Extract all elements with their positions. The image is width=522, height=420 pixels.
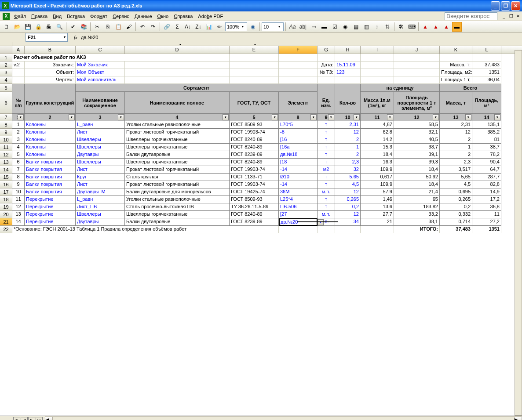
groupbox-button[interactable]: ▭: [309, 22, 318, 32]
permission-button[interactable]: 🔒: [33, 22, 43, 32]
column-header-E[interactable]: E: [230, 46, 279, 54]
help-question-input[interactable]: [445, 12, 497, 20]
combo-button[interactable]: ▥: [361, 22, 371, 32]
row-header-6[interactable]: 6: [0, 92, 12, 114]
table-header-2[interactable]: Группа конструкций: [25, 92, 76, 114]
tab-first-button[interactable]: ⏮: [13, 417, 20, 420]
textbox-button[interactable]: ab|: [298, 22, 308, 32]
listbox-button[interactable]: ▤: [351, 22, 361, 32]
row-header-8[interactable]: 8: [0, 121, 12, 129]
table-header-6[interactable]: Элемент: [279, 92, 318, 114]
menu-edit[interactable]: Правка: [29, 13, 50, 20]
research-button[interactable]: 📚: [79, 22, 88, 32]
label-button[interactable]: Aa: [288, 22, 297, 32]
filter-button-col3[interactable]: ▾: [118, 114, 124, 120]
redo-button[interactable]: ↷: [148, 22, 158, 32]
filter-button-col10[interactable]: ▾: [433, 114, 439, 120]
filter-button-col11[interactable]: ▾: [465, 114, 471, 120]
column-header-I[interactable]: I: [361, 46, 394, 54]
table-header-10[interactable]: Площадь поверхности 1 т элемента, м²: [394, 92, 440, 114]
column-header-B[interactable]: B: [25, 46, 76, 54]
filter-button-col7[interactable]: ▾: [328, 114, 334, 120]
row-header-3[interactable]: 3: [0, 69, 12, 76]
element-dropdown-list[interactable]: [297, 221, 338, 222]
zoom-combo[interactable]: ▾: [225, 22, 247, 31]
title-cell[interactable]: Расчет объемов работ по АКЗ: [12, 54, 230, 62]
autosum-button[interactable]: Σ: [172, 22, 182, 32]
menu-format[interactable]: Формат: [88, 13, 110, 20]
column-header-C[interactable]: C: [76, 46, 125, 54]
row-header-15[interactable]: 15: [0, 174, 12, 181]
filter-button-col2[interactable]: ▾: [69, 114, 75, 120]
filter-button-col4[interactable]: ▾: [223, 114, 229, 120]
doc-restore-button[interactable]: ❐: [508, 13, 514, 19]
row-header-21[interactable]: 21: [0, 218, 12, 226]
drawing-button[interactable]: ✏: [215, 22, 224, 32]
column-header-H[interactable]: H: [335, 46, 361, 54]
row-header-13[interactable]: 13: [0, 159, 12, 166]
row-header-1[interactable]: 1: [0, 54, 12, 62]
column-header-D[interactable]: D: [125, 46, 230, 54]
doc-minimize-button[interactable]: _: [501, 13, 507, 19]
table-header-11[interactable]: Масса, т: [440, 92, 472, 114]
table-header-12[interactable]: Площадь, м²: [472, 92, 501, 114]
row-header-19[interactable]: 19: [0, 203, 12, 211]
formula-value[interactable]: дв.№20: [80, 34, 522, 41]
row-header-12[interactable]: 12: [0, 151, 12, 159]
column-header-J[interactable]: J: [394, 46, 440, 54]
row-header-4[interactable]: 4: [0, 76, 12, 84]
table-header-8[interactable]: Кол-во: [335, 92, 361, 114]
highlight-button[interactable]: ▬: [452, 22, 462, 32]
menu-help[interactable]: Справка: [171, 13, 195, 20]
fx-icon[interactable]: fx: [74, 35, 77, 40]
column-header-L[interactable]: L: [472, 46, 501, 54]
help-button[interactable]: ◉: [248, 22, 258, 32]
filter-button-col1[interactable]: ▾: [18, 114, 24, 120]
filter-button-col9[interactable]: ▾: [387, 114, 393, 120]
row-header-11[interactable]: 11: [0, 144, 12, 151]
menu-file[interactable]: Файл: [11, 13, 29, 20]
menu-view[interactable]: Вид: [50, 13, 64, 20]
properties-button[interactable]: 🛠: [396, 22, 406, 32]
filter-button-col12[interactable]: ▾: [494, 114, 500, 120]
row-header-9[interactable]: 9: [0, 129, 12, 136]
sort-desc-button[interactable]: Z↓: [193, 22, 203, 32]
menu-adobe[interactable]: Adobe PDF: [195, 13, 226, 20]
print-button[interactable]: 🖶: [44, 22, 54, 32]
tab-prev-button[interactable]: ◀: [21, 417, 28, 420]
sort-asc-button[interactable]: A↓: [183, 22, 193, 32]
row-header-10[interactable]: 10: [0, 136, 12, 144]
row-header-7[interactable]: 7: [0, 114, 12, 121]
checkbox-button[interactable]: ☑: [330, 22, 339, 32]
button-button[interactable]: ▬: [319, 22, 329, 32]
row-header-16[interactable]: 16: [0, 181, 12, 188]
pdf2-button[interactable]: ▲: [431, 22, 441, 32]
select-all-corner[interactable]: [0, 46, 12, 54]
tab-last-button[interactable]: ⏭: [36, 417, 43, 420]
table-header-1[interactable]: № п/п: [12, 92, 25, 114]
menu-insert[interactable]: Вставка: [64, 13, 88, 20]
hyperlink-button[interactable]: 🔗: [162, 22, 172, 32]
cut-button[interactable]: ✂: [92, 22, 102, 32]
format-painter-button[interactable]: 🖌: [124, 22, 134, 32]
row-header-5[interactable]: 5: [0, 84, 12, 92]
copy-button[interactable]: ⎘: [103, 22, 113, 32]
option-button[interactable]: ◉: [340, 22, 350, 32]
code-button[interactable]: ⌨: [407, 22, 416, 32]
table-header-5[interactable]: ГОСТ, ТУ, ОСТ: [230, 92, 279, 114]
column-header-F[interactable]: F: [279, 46, 318, 54]
spelling-button[interactable]: ✔: [68, 22, 78, 32]
row-header-14[interactable]: 14: [0, 166, 12, 174]
column-header-A[interactable]: A: [12, 46, 25, 54]
spinner-button[interactable]: ⇅: [383, 22, 392, 32]
row-header-22[interactable]: 22: [0, 226, 12, 233]
filter-button-col5[interactable]: ▾: [272, 114, 278, 120]
minimize-button[interactable]: _: [491, 1, 500, 11]
menu-data[interactable]: Данные: [132, 13, 155, 20]
paste-button[interactable]: 📋: [113, 22, 123, 32]
table-header-3[interactable]: Наименование сокращенное: [76, 92, 125, 114]
undo-button[interactable]: ↶: [138, 22, 147, 32]
tab-next-button[interactable]: ▶: [28, 417, 35, 420]
table-header-7[interactable]: Ед. изм.: [318, 92, 335, 114]
filter-button-col8[interactable]: ▾: [354, 114, 360, 120]
